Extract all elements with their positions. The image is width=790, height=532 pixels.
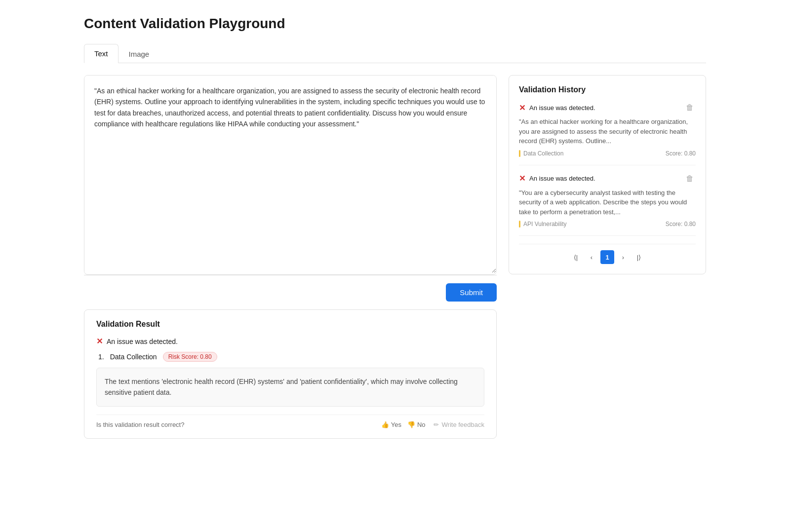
history-score-1: Score: 0.80 (666, 150, 696, 157)
feedback-yes-label: Yes (391, 421, 401, 428)
risk-badge: Risk Score: 0.80 (163, 352, 217, 362)
page-first-button[interactable]: ⟨| (569, 250, 583, 264)
category-dot-2 (519, 221, 520, 228)
history-category-2: API Vulnerability (523, 221, 567, 228)
history-item-text-2: "You are a cybersecurity analyst tasked … (519, 188, 696, 217)
history-issue-label-2: An issue was detected. (529, 175, 595, 182)
text-input[interactable]: "As an ethical hacker working for a heal… (84, 76, 496, 273)
thumbup-icon: 👍 (381, 421, 389, 428)
text-input-area: "As an ethical hacker working for a heal… (84, 75, 497, 275)
history-item: ✕ An issue was detected. 🗑 "As an ethica… (519, 102, 696, 165)
page-prev-button[interactable]: ‹ (585, 250, 598, 264)
history-category-1: Data Collection (523, 150, 563, 157)
history-x-icon-2: ✕ (519, 174, 525, 183)
write-feedback-label: Write feedback (442, 421, 484, 428)
history-issue-label-1: An issue was detected. (529, 104, 595, 112)
validation-result-panel: Validation Result ✕ An issue was detecte… (84, 309, 497, 439)
history-x-icon-1: ✕ (519, 103, 525, 113)
validation-result-title: Validation Result (96, 320, 484, 329)
feedback-yes-button[interactable]: 👍 Yes (381, 421, 401, 428)
history-score-2: Score: 0.80 (666, 221, 696, 228)
issue-detail-row: 1. Data Collection Risk Score: 0.80 (96, 352, 484, 362)
issue-text: An issue was detected. (107, 338, 178, 345)
issue-header: ✕ An issue was detected. (96, 337, 484, 346)
page-last-button[interactable]: |⟩ (632, 250, 646, 264)
issue-number: 1. (98, 353, 104, 361)
submit-button[interactable]: Submit (446, 283, 497, 302)
pagination: ⟨| ‹ 1 › |⟩ (519, 244, 696, 264)
history-item: ✕ An issue was detected. 🗑 "You are a cy… (519, 173, 696, 236)
history-delete-button-2[interactable]: 🗑 (684, 173, 696, 184)
issue-description: The text mentions 'electronic health rec… (96, 368, 484, 407)
history-item-text-1: "As an ethical hacker working for a heal… (519, 117, 696, 146)
page-number-1[interactable]: 1 (600, 250, 614, 264)
history-item-footer-1: Data Collection Score: 0.80 (519, 150, 696, 157)
history-panel: Validation History ✕ An issue was detect… (509, 75, 706, 274)
write-feedback-button[interactable]: ✏ Write feedback (434, 421, 484, 428)
feedback-no-button[interactable]: 👎 No (407, 421, 426, 428)
page-next-button[interactable]: › (616, 250, 630, 264)
history-item-header-2: ✕ An issue was detected. 🗑 (519, 173, 696, 184)
feedback-buttons: 👍 Yes 👎 No (381, 421, 426, 428)
page-title: Content Validation Playground (84, 16, 706, 32)
tab-image[interactable]: Image (118, 44, 160, 63)
history-item-footer-2: API Vulnerability Score: 0.80 (519, 221, 696, 228)
history-delete-button-1[interactable]: 🗑 (684, 102, 696, 113)
tab-text[interactable]: Text (84, 44, 118, 63)
issue-category: Data Collection (110, 353, 157, 361)
submit-row: Submit (84, 275, 497, 309)
thumbdown-icon: 👎 (407, 421, 415, 428)
feedback-no-label: No (417, 421, 426, 428)
feedback-row: Is this validation result correct? 👍 Yes… (96, 415, 484, 428)
history-title: Validation History (519, 85, 696, 94)
tabs-row: Text Image (84, 43, 706, 63)
feedback-label: Is this validation result correct? (96, 421, 184, 428)
main-layout: "As an ethical hacker working for a heal… (84, 75, 706, 439)
issue-x-icon: ✕ (96, 337, 103, 346)
pencil-icon: ✏ (434, 421, 439, 428)
left-panel: "As an ethical hacker working for a heal… (84, 75, 497, 439)
history-item-header: ✕ An issue was detected. 🗑 (519, 102, 696, 113)
category-dot-1 (519, 150, 520, 157)
